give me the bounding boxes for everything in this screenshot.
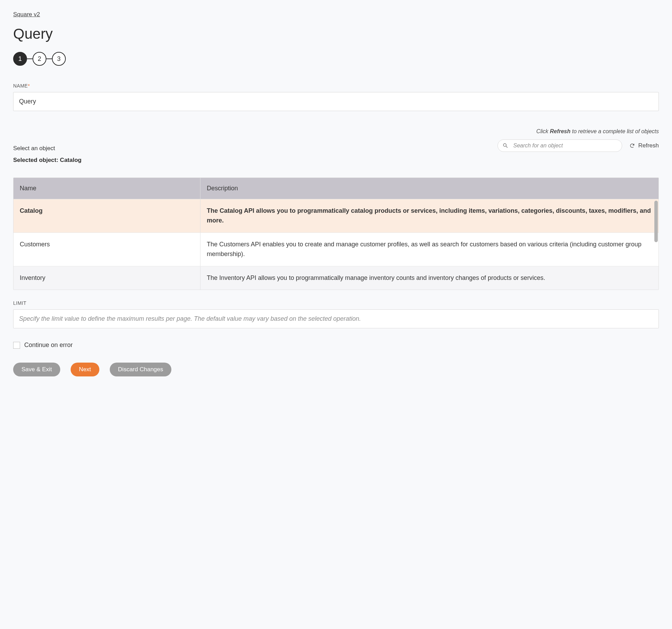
hint-prefix: Click <box>536 128 550 134</box>
continue-on-error-row[interactable]: Continue on error <box>13 341 659 349</box>
wizard-stepper: 1 2 3 <box>13 52 659 66</box>
limit-field-group: LIMIT <box>13 300 659 328</box>
step-connector <box>46 58 52 59</box>
cell-description: The Catalog API allows you to programmat… <box>200 199 658 233</box>
search-wrapper <box>498 139 622 152</box>
refresh-icon <box>629 143 635 149</box>
table-row[interactable]: Inventory The Inventory API allows you t… <box>14 266 658 290</box>
cell-description: The Inventory API allows you to programm… <box>200 266 658 290</box>
table-body: Catalog The Catalog API allows you to pr… <box>14 199 658 290</box>
table-row[interactable]: Customers The Customers API enables you … <box>14 233 658 266</box>
cell-description: The Customers API enables you to create … <box>200 233 658 266</box>
refresh-hint: Click Refresh to retrieve a complete lis… <box>536 128 659 135</box>
name-input[interactable] <box>13 92 659 111</box>
selected-prefix: Selected object: <box>13 157 60 163</box>
refresh-label: Refresh <box>638 142 659 149</box>
selected-object-line: Selected object: Catalog <box>13 157 659 164</box>
footer-buttons: Save & Exit Next Discard Changes <box>13 363 659 376</box>
continue-on-error-checkbox[interactable] <box>13 342 20 349</box>
step-connector <box>27 58 33 59</box>
step-1[interactable]: 1 <box>13 52 27 66</box>
breadcrumb-link[interactable]: Square v2 <box>13 11 40 18</box>
save-exit-button[interactable]: Save & Exit <box>13 363 60 376</box>
object-search-input[interactable] <box>498 139 622 152</box>
column-header-description: Description <box>200 178 658 199</box>
name-label-text: NAME <box>13 83 28 89</box>
step-2[interactable]: 2 <box>33 52 46 66</box>
select-object-prompt: Select an object <box>13 145 55 152</box>
search-icon <box>502 143 509 149</box>
name-field-label: NAME* <box>13 83 659 89</box>
name-field-group: NAME* <box>13 83 659 111</box>
cell-name: Customers <box>14 233 200 266</box>
required-star-icon: * <box>28 83 30 89</box>
hint-suffix: to retrieve a complete list of objects <box>571 128 659 134</box>
next-button[interactable]: Next <box>71 363 99 376</box>
discard-changes-button[interactable]: Discard Changes <box>110 363 171 376</box>
limit-field-label: LIMIT <box>13 300 659 306</box>
cell-name: Inventory <box>14 266 200 290</box>
refresh-button[interactable]: Refresh <box>629 142 659 149</box>
table-header-row: Name Description <box>14 178 658 199</box>
object-table: Name Description Catalog The Catalog API… <box>13 177 659 290</box>
cell-name: Catalog <box>14 199 200 233</box>
step-3[interactable]: 3 <box>52 52 66 66</box>
table-row[interactable]: Catalog The Catalog API allows you to pr… <box>14 199 658 233</box>
limit-input[interactable] <box>13 309 659 328</box>
scrollbar-thumb[interactable] <box>654 201 658 242</box>
column-header-name: Name <box>14 178 200 199</box>
hint-bold: Refresh <box>550 128 571 134</box>
page-title: Query <box>13 26 659 42</box>
selected-value: Catalog <box>60 157 81 163</box>
continue-on-error-label: Continue on error <box>24 341 73 349</box>
